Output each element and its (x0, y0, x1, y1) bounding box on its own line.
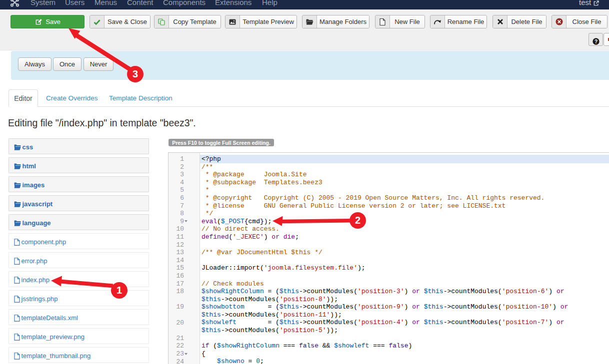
svg-text:?: ? (594, 38, 597, 44)
